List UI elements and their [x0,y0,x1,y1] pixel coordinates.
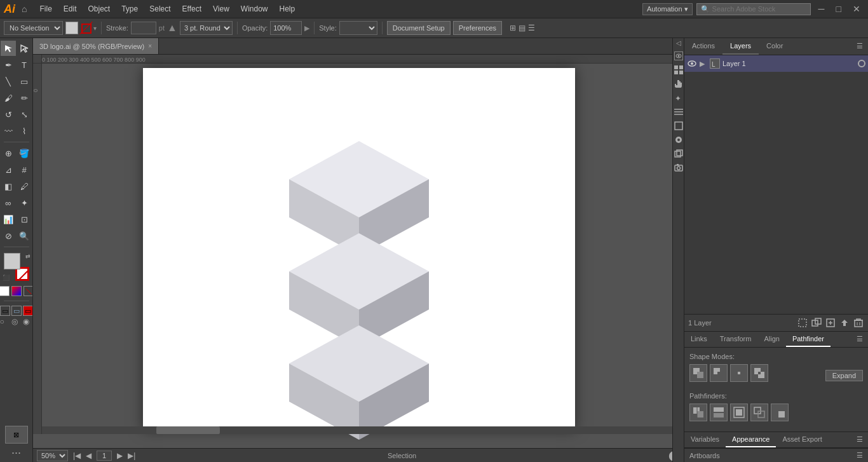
rect-tool[interactable]: ▭ [17,74,32,89]
artboard[interactable] [143,68,575,430]
full-screen-preview-icon[interactable]: ▭ [11,306,22,316]
panel-icon-hand[interactable] [674,79,683,88]
stroke-width-input[interactable] [131,22,156,34]
create-new-sublayer-button[interactable] [811,317,822,329]
menu-effect[interactable]: Effect [177,3,207,15]
zoom-tool[interactable]: 🔍 [17,228,32,243]
color-mode-icon[interactable] [0,286,10,296]
workspace-selector[interactable]: Automation ▾ [642,3,693,15]
tab-layers[interactable]: Layers [722,38,759,55]
panel-icon-grid[interactable] [674,65,683,74]
trim-button[interactable] [689,404,707,421]
prev-page-button[interactable]: ◀ [86,451,92,460]
unite-button[interactable] [689,364,707,382]
move-to-new-layer-button[interactable] [839,317,850,329]
artboard-switcher[interactable]: ⊠ [5,426,28,444]
stroke-type-select[interactable]: 3 pt. Round [180,21,233,35]
menu-object[interactable]: Object [83,3,116,15]
zoom-select[interactable]: 50% [37,450,68,461]
search-input[interactable] [712,5,806,13]
opacity-arrow[interactable]: ▶ [304,24,309,32]
reshape-tool[interactable]: ⌇ [17,123,32,139]
menu-help[interactable]: Help [275,3,301,15]
tab-variables[interactable]: Variables [684,432,726,447]
mesh-tool[interactable]: # [17,162,32,177]
panel-icon-circle[interactable] [674,135,683,144]
selection-tool[interactable] [1,41,16,56]
tab-transform[interactable]: Transform [714,332,758,347]
swap-colors-icon[interactable]: ⇄ [25,253,31,259]
arrange-icon[interactable]: ▤ [519,24,526,32]
tab-links[interactable]: Links [684,332,714,347]
tab-asset-export[interactable]: Asset Export [776,432,828,447]
canvas-scroll-area[interactable]: 0 100 200 300 400 500 600 700 800 900 0 [33,55,684,448]
merge-button[interactable] [710,404,728,421]
selection-dropdown[interactable]: No Selection [4,21,63,35]
pencil-tool[interactable]: ✏ [17,90,32,105]
delete-layer-button[interactable] [853,317,864,329]
gradient-tool[interactable]: ◧ [1,179,16,194]
intersect-button[interactable] [730,364,748,382]
minus-back-button[interactable] [771,404,789,421]
artboard-tool[interactable]: ⊡ [17,212,32,227]
tab-close-button[interactable]: × [148,43,152,50]
panel-icon-rect[interactable] [674,121,683,130]
tab-color[interactable]: Color [759,38,790,55]
tab-actions[interactable]: Actions [684,38,722,55]
scale-tool[interactable]: ⤡ [17,107,32,122]
close-button[interactable]: ✕ [849,4,864,14]
menu-file[interactable]: File [34,3,57,15]
make-sublayer-button[interactable] [797,317,808,329]
opacity-input[interactable] [270,21,302,35]
last-page-button[interactable]: ▶| [128,451,135,460]
outline-button[interactable] [750,404,768,421]
normal-screen-icon[interactable]: ▭ [0,306,10,316]
gradient-mode-icon[interactable] [11,286,22,296]
stroke-up-arrow[interactable]: ▲ [167,22,177,34]
menu-select[interactable]: Select [144,3,175,15]
layer-visibility-toggle[interactable] [687,58,697,69]
fill-box[interactable] [4,253,20,269]
canvas-background[interactable] [42,64,676,434]
crop-button[interactable] [730,404,748,421]
menu-type[interactable]: Type [116,3,143,15]
minimize-button[interactable]: ─ [815,4,829,14]
tab-appearance[interactable]: Appearance [726,432,776,447]
document-tab[interactable]: 3D logo.ai @ 50% (RGB/Preview) × [33,38,159,54]
perspective-grid-tool[interactable]: ⊿ [1,162,16,177]
eyedropper-tool[interactable]: 🖊 [17,179,32,194]
direct-selection-tool[interactable] [17,41,32,56]
first-page-button[interactable]: |◀ [73,451,81,460]
warp-tool[interactable]: 〰 [1,123,16,139]
exclude-button[interactable] [750,364,768,382]
style-select[interactable] [339,21,377,35]
full-screen-icon[interactable]: ▭ [23,306,33,316]
draw-inside-icon[interactable]: ○ [0,317,10,327]
type-tool[interactable]: T [17,57,32,72]
layer-target-circle[interactable] [858,60,865,67]
artboards-menu[interactable]: ☰ [857,451,863,459]
menu-edit[interactable]: Edit [58,3,82,15]
document-setup-button[interactable]: Document Setup [387,21,451,35]
page-input[interactable] [97,451,112,461]
pen-tool[interactable]: ✒ [1,57,16,72]
search-box[interactable]: 🔍 [696,3,811,15]
bottom-panel-menu-button[interactable]: ☰ [851,332,868,347]
draw-normal-icon[interactable]: ◉ [23,317,33,327]
bottom-bottom-menu[interactable]: ☰ [851,432,868,447]
panel-icon-copy[interactable] [674,149,683,158]
create-new-layer-button[interactable] [825,317,836,329]
expand-button[interactable]: Expand [825,370,863,381]
rotate-tool[interactable]: ↺ [1,107,16,122]
panel-icon-lines[interactable] [674,107,683,116]
panel-menu-button[interactable]: ☰ [851,38,868,55]
scrollbar-thumb-horizontal[interactable] [156,426,220,434]
stroke-color-swatch[interactable] [79,22,92,34]
slice-tool[interactable]: ⊘ [1,228,16,243]
symbol-sprayer-tool[interactable]: ✦ [17,195,32,210]
layer-expand-toggle[interactable]: ▶ [700,60,707,68]
scrollbar-horizontal[interactable] [42,426,676,434]
fill-color-swatch[interactable] [65,22,78,34]
more-options-icon[interactable]: ☰ [528,24,535,32]
live-paint-tool[interactable]: 🪣 [17,146,32,161]
